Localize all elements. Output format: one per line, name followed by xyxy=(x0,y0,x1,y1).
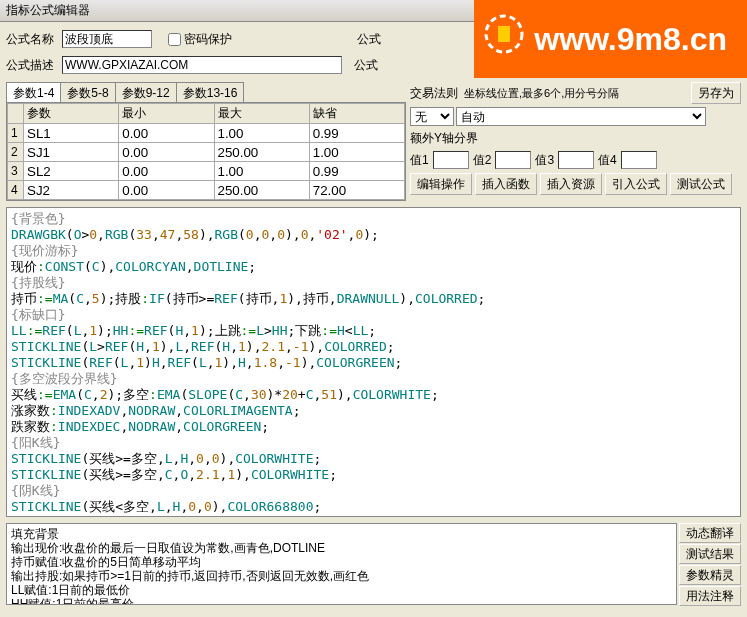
param-cell-input[interactable] xyxy=(313,125,401,141)
watermark: www.9m8.cn xyxy=(474,0,747,78)
rule-select-2[interactable]: 自动 xyxy=(456,107,706,126)
rule-hint: 坐标线位置,最多6个,用分号分隔 xyxy=(464,86,619,101)
param-cell-input[interactable] xyxy=(27,163,115,179)
formula-label-1: 公式 xyxy=(357,31,381,48)
table-row: 4 xyxy=(8,181,405,200)
table-row: 2 xyxy=(8,143,405,162)
param-cell-input[interactable] xyxy=(27,144,115,160)
param-cell-input[interactable] xyxy=(313,163,401,179)
logo-icon xyxy=(484,14,524,54)
ext-axis-label: 额外Y轴分界 xyxy=(410,130,741,147)
param-tab[interactable]: 参数13-16 xyxy=(176,82,245,102)
name-label: 公式名称 xyxy=(6,31,58,48)
param-cell-input[interactable] xyxy=(218,144,306,160)
table-row: 3 xyxy=(8,162,405,181)
toolbar-button[interactable]: 编辑操作 xyxy=(410,173,472,195)
desc-input[interactable] xyxy=(62,56,342,74)
param-cell-input[interactable] xyxy=(218,163,306,179)
side-button[interactable]: 测试结果 xyxy=(679,544,741,564)
toolbar-button[interactable]: 插入资源 xyxy=(540,173,602,195)
description-area[interactable]: 填充背景输出现价:收盘价的最后一日取值设为常数,画青色,DOTLINE持币赋值:… xyxy=(6,523,677,605)
param-tab[interactable]: 参数1-4 xyxy=(6,82,61,102)
ext-value-input[interactable] xyxy=(495,151,531,169)
param-tab[interactable]: 参数5-8 xyxy=(60,82,115,102)
param-cell-input[interactable] xyxy=(122,125,210,141)
ext-value-input[interactable] xyxy=(621,151,657,169)
side-button[interactable]: 用法注释 xyxy=(679,586,741,606)
rule-select-1[interactable]: 无 xyxy=(410,107,454,126)
formula-label-2: 公式 xyxy=(354,57,378,74)
param-table: 参数最小最大缺省1234 xyxy=(6,102,406,201)
param-cell-input[interactable] xyxy=(218,125,306,141)
ext-value-input[interactable] xyxy=(433,151,469,169)
svg-rect-1 xyxy=(498,26,510,42)
desc-label: 公式描述 xyxy=(6,57,58,74)
param-tab[interactable]: 参数9-12 xyxy=(115,82,177,102)
code-editor[interactable]: {背景色}DRAWGBK(O>0,RGB(33,47,58),RGB(0,0,0… xyxy=(6,207,741,517)
rule-label: 交易法则 xyxy=(410,85,458,102)
param-cell-input[interactable] xyxy=(122,144,210,160)
side-button[interactable]: 动态翻译 xyxy=(679,523,741,543)
param-cell-input[interactable] xyxy=(313,144,401,160)
param-cell-input[interactable] xyxy=(27,125,115,141)
param-cell-input[interactable] xyxy=(27,182,115,198)
ext-value-input[interactable] xyxy=(558,151,594,169)
param-cell-input[interactable] xyxy=(218,182,306,198)
side-button[interactable]: 参数精灵 xyxy=(679,565,741,585)
param-cell-input[interactable] xyxy=(122,182,210,198)
param-cell-input[interactable] xyxy=(122,163,210,179)
password-checkbox[interactable] xyxy=(168,33,181,46)
table-row: 1 xyxy=(8,124,405,143)
toolbar-button[interactable]: 测试公式 xyxy=(670,173,732,195)
param-cell-input[interactable] xyxy=(313,182,401,198)
toolbar-button[interactable]: 引入公式 xyxy=(605,173,667,195)
saveas-button[interactable]: 另存为 xyxy=(691,82,741,104)
toolbar-button[interactable]: 插入函数 xyxy=(475,173,537,195)
param-tabs: 参数1-4参数5-8参数9-12参数13-16 xyxy=(6,82,406,102)
window-title: 指标公式编辑器 xyxy=(6,3,90,17)
name-input[interactable] xyxy=(62,30,152,48)
